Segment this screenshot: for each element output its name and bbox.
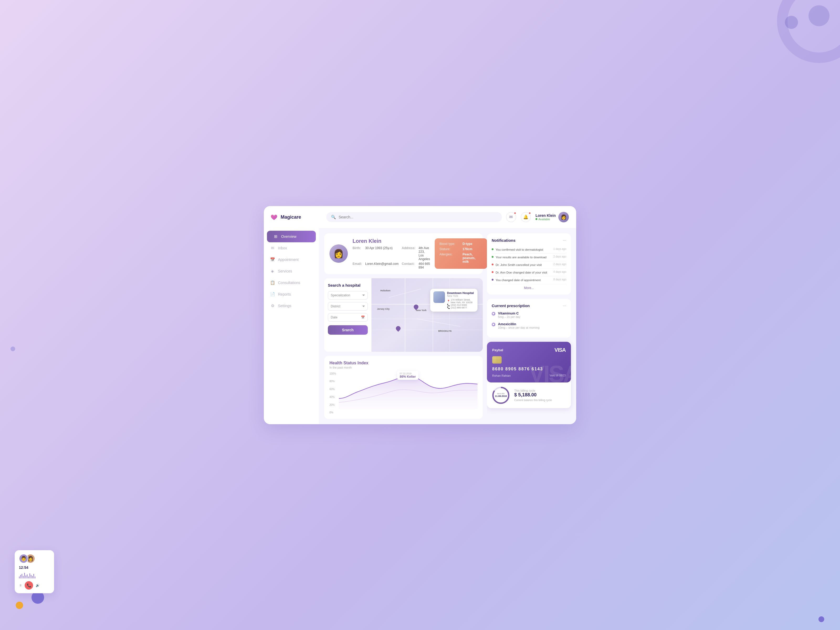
reports-icon: 📄 [270, 292, 275, 297]
search-panel: Search a hospital Specialization Distric… [324, 278, 371, 352]
sidebar-label-consultations: Consultations [278, 281, 300, 285]
header: 🔍 ✉ 🔔 Loren Klein Avail [319, 206, 576, 228]
chart-y-labels: 100% 80% 60% 40% 20% 0% [330, 372, 336, 414]
notif-text-4: You changed date of appointment [496, 278, 551, 282]
notif-item-4: You changed date of appointment 8 days a… [492, 276, 566, 284]
search-input[interactable] [339, 215, 497, 219]
map-area[interactable]: Hoboken Jersey City New York BROOKLYN [371, 278, 483, 352]
sidebar-item-services[interactable]: ◈ Services [264, 265, 319, 277]
map-section: Search a hospital Specialization Distric… [324, 278, 483, 352]
rx-inner-dot-0 [493, 313, 494, 314]
map-pin-2[interactable] [395, 325, 402, 332]
blood-type-value: D-type [463, 242, 472, 246]
hospital-phone2: 📞(212) 886-6877 [447, 306, 474, 309]
search-button[interactable]: Srarch [328, 325, 368, 335]
birth-value: 30 Apr 1993 (25y.o) [365, 246, 399, 261]
allergies-label: Allergies: [439, 253, 460, 264]
rx-dose-0: 5mg – 2x per day [498, 315, 566, 318]
search-bar[interactable]: 🔍 [326, 212, 502, 222]
payment-card: Paybal VISA 8680 8905 8876 6143 [487, 342, 571, 382]
prescription-title: Current prescription [492, 303, 530, 308]
settings-icon: ⚙ [270, 303, 275, 308]
sidebar-item-overview[interactable]: ⊞ Overview [267, 231, 316, 242]
rx-info-1: Amoxicillin 10mg – once per day at morni… [498, 322, 566, 329]
call-time: 12:54 [19, 565, 50, 570]
rx-dose-1: 10mg – once per day at morning [498, 326, 566, 329]
wave-bar-4 [23, 576, 24, 579]
map-background: Hoboken Jersey City New York BROOKLYN [371, 278, 483, 352]
sidebar-item-settings[interactable]: ⚙ Settings [264, 300, 319, 312]
wave-bar-10 [31, 575, 32, 579]
sidebar-item-appointment[interactable]: 📅 Appointment [264, 254, 319, 265]
notif-more-dots[interactable]: ··· [563, 238, 566, 243]
next-bill-date: 11.08.2018 [495, 395, 507, 398]
email-label: Email: [352, 262, 362, 269]
wave-bar-5 [24, 573, 25, 579]
sidebar-label-reports: Reports [278, 292, 291, 296]
bill-circle: Next Bill 11.08.2018 [492, 386, 510, 404]
patient-name: Loren Klein [352, 238, 430, 244]
sidebar-item-reports[interactable]: 📄 Reports [264, 289, 319, 300]
map-label-hoboken: Hoboken [381, 289, 391, 292]
notif-time-3: 4 days ago [553, 270, 566, 273]
card-holder: Rohan Rahian [492, 374, 510, 377]
specialization-select[interactable]: Specialization [328, 291, 368, 300]
notif-item-2: Dr. John Smith cancelled your visit 2 da… [492, 261, 566, 269]
sidebar-item-consultations[interactable]: 📋 Consultations [264, 277, 319, 289]
wave-bar-6 [25, 575, 26, 579]
main-card: Magicare ⊞ Overview ✉ Inbox 📅 Appointmen… [264, 206, 576, 424]
overview-icon: ⊞ [273, 234, 278, 239]
logo-text: Magicare [281, 215, 301, 220]
patient-details: Birth: 30 Apr 1993 (25y.o) Address: 4th … [352, 246, 430, 269]
notif-dot-2 [492, 264, 494, 265]
call-avatar-doctor: 👨 [19, 554, 28, 563]
card-valid: Valid till 08/23 [549, 374, 566, 377]
wave-bar-1 [19, 576, 20, 579]
notif-text-3: Dr. Ann Doe changed date of your visit [496, 270, 551, 275]
stature-label: Stature: [439, 247, 460, 251]
rx-info-0: Vitaminum C 5mg – 2x per day [498, 311, 566, 318]
email-value: Loren.Klein@gmail.com [365, 262, 399, 269]
pause-icon[interactable]: ⏸ [19, 584, 22, 587]
rx-inner-dot-1 [493, 324, 494, 325]
notif-text-1: Your results are available to download [496, 255, 551, 259]
notif-more-link[interactable]: More... [492, 286, 566, 290]
next-bill-label: Next Bill [495, 393, 507, 395]
mail-button[interactable]: ✉ [506, 212, 516, 222]
contact-label: Contact: [402, 262, 415, 269]
wave-bar-13 [35, 576, 35, 579]
chart-area: 100% 80% 60% 40% 20% 0% 07.22.2018 86% K… [330, 372, 477, 414]
prescription-more-dots[interactable]: ··· [563, 303, 566, 308]
end-call-button[interactable]: 📞 [25, 581, 33, 590]
notif-item-0: You confirmed visit to dermatologist 1 d… [492, 246, 566, 254]
prescription-card: Current prescription ··· Vitaminum C 5mg… [487, 299, 571, 338]
bill-balance-label: Current balance this billing cycle [514, 399, 566, 402]
card-brand: Paybal [492, 348, 503, 352]
hospital-city: New York [447, 295, 474, 297]
address-label: Address: [402, 246, 415, 261]
hospital-thumb [433, 291, 445, 303]
consultations-icon: 📋 [270, 280, 275, 285]
appointment-icon: 📅 [270, 257, 275, 262]
district-select[interactable]: District [328, 302, 368, 311]
main-content: 🔍 ✉ 🔔 Loren Klein Avail [319, 206, 576, 424]
rx-dot-1 [492, 323, 495, 326]
contact-value: 464 665 894 [419, 262, 430, 269]
date-input[interactable]: Date 📅 [328, 313, 368, 322]
wave-bar-11 [32, 576, 33, 579]
sidebar-item-inbox[interactable]: ✉ Inbox [264, 242, 319, 254]
stature-value: 170cm [463, 247, 472, 251]
hospital-popup: Downtown Hospital New York 📍170 William … [430, 289, 477, 312]
hospital-address: 📍170 William Street, New York, NY 10038 [447, 298, 474, 304]
date-placeholder: Date [331, 316, 337, 319]
calendar-icon: 📅 [361, 316, 365, 319]
sidebar-label-inbox: Inbox [278, 246, 287, 250]
visa-logo: VISA [554, 347, 566, 353]
notification-button[interactable]: 🔔 [521, 212, 531, 222]
search-icon: 🔍 [331, 215, 336, 219]
search-panel-title: Search a hospital [328, 283, 368, 287]
hospital-phone1: 📞(202) 312-5000 [447, 304, 474, 306]
volume-icon[interactable]: 🔊 [36, 584, 39, 587]
card-chip [492, 356, 502, 363]
notif-time-2: 2 days ago [553, 263, 566, 266]
